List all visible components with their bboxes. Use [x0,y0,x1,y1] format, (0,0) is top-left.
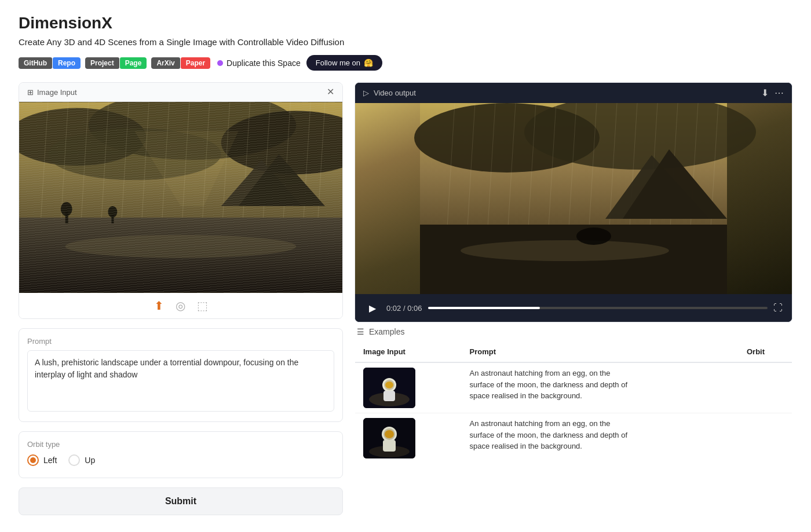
app-title: DimensionX [19,14,792,32]
project-badge[interactable]: Project [85,57,119,69]
play-button[interactable]: ▶ [364,300,381,316]
repo-badge[interactable]: Repo [53,57,81,69]
share-icon[interactable]: ⋯ [775,87,784,98]
video-icon: ▷ [363,89,369,97]
camera-icon[interactable]: ◎ [176,299,185,313]
example-prompt-cell-2: An astronaut hatching from an egg, on th… [462,413,739,464]
clipboard-icon[interactable]: ⬚ [197,299,208,313]
example-prompt-2: An astronaut hatching from an egg, on th… [470,418,632,452]
image-icon: ⊞ [27,88,34,97]
time-current: 0:02 / 0:06 [386,304,422,313]
image-input-panel: ⊞ Image Input ✕ [19,82,343,319]
github-badge[interactable]: GitHub [19,57,52,69]
col-image-input: Image Input [355,342,462,363]
video-svg [355,103,792,294]
arxiv-badge-group[interactable]: ArXiv Paper [151,57,210,69]
image-input-label: Image Input [37,88,77,97]
table-row[interactable]: An astronaut hatching from an egg, on th… [355,413,792,464]
image-preview [19,102,342,293]
orbit-label: Orbit type [27,440,334,449]
video-output-panel: ▷ Video output ⬇ ⋯ [355,82,792,322]
rain-overlay [19,102,342,293]
paper-badge[interactable]: Paper [181,57,210,69]
svg-rect-54 [383,391,395,401]
list-icon: ☰ [357,327,364,336]
examples-table: Image Input Prompt Orbit [355,341,792,464]
orbit-up-label: Up [85,456,95,465]
svg-rect-60 [383,440,396,452]
video-controls: ▶ 0:02 / 0:06 ⛶ [355,294,792,322]
table-header-row: Image Input Prompt Orbit [355,342,792,363]
download-icon[interactable]: ⬇ [761,87,769,98]
example-image-cell [355,362,462,413]
upload-icon[interactable]: ⬆ [154,299,164,313]
astronaut-image-1 [363,368,415,408]
arxiv-badge[interactable]: ArXiv [151,57,180,69]
example-prompt-cell-1: An astronaut hatching from an egg, on th… [462,362,739,413]
follow-button[interactable]: Follow me on 🤗 [306,55,382,71]
orbit-radio-group: Left Up [27,454,334,466]
submit-button[interactable]: Submit [19,487,343,515]
example-orbit-1 [739,362,792,413]
right-column: ▷ Video output ⬇ ⋯ [355,82,792,515]
svg-point-56 [385,381,393,388]
duplicate-icon [217,60,223,66]
main-layout: ⊞ Image Input ✕ [19,82,792,515]
video-output-label: Video output [374,89,416,97]
astronaut-image-2 [363,418,415,458]
svg-point-62 [385,430,394,438]
orbit-left-option[interactable]: Left [27,454,57,466]
image-panel-header: ⊞ Image Input ✕ [19,83,342,102]
close-button[interactable]: ✕ [327,87,334,97]
github-badge-group[interactable]: GitHub Repo [19,57,81,69]
progress-fill [428,307,540,309]
examples-section: ☰ Examples Image Input Prompt Orbit [355,322,792,464]
emoji-icon: 🤗 [364,58,373,67]
video-preview [355,103,792,294]
col-orbit: Orbit [739,342,792,363]
prompt-panel: Prompt A lush, prehistoric landscape und… [19,328,343,422]
orbit-up-option[interactable]: Up [68,454,95,466]
table-row[interactable]: An astronaut hatching from an egg, on th… [355,362,792,413]
svg-point-49 [461,240,669,261]
app-subtitle: Create Any 3D and 4D Scenes from a Singl… [19,37,792,47]
example-orbit-2 [739,413,792,464]
orbit-left-label: Left [43,456,57,465]
example-thumb-2 [363,418,415,458]
image-toolbar: ⬆ ◎ ⬚ [19,293,342,318]
badges-row: GitHub Repo Project Page ArXiv Paper Dup… [19,55,792,71]
prompt-input[interactable]: A lush, prehistoric landscape under a to… [27,350,334,412]
examples-label: Examples [369,327,404,336]
video-panel-header: ▷ Video output ⬇ ⋯ [355,83,792,103]
duplicate-space-button[interactable]: Duplicate this Space [215,57,303,69]
fullscreen-button[interactable]: ⛶ [773,303,783,313]
example-prompt-1: An astronaut hatching from an egg, on th… [470,368,632,402]
orbit-up-radio[interactable] [68,454,80,466]
example-image-cell-2 [355,413,462,464]
svg-point-50 [576,228,611,245]
video-progress-bar[interactable] [428,307,768,309]
left-column: ⊞ Image Input ✕ [19,82,343,515]
radio-fill [30,457,36,463]
prompt-label: Prompt [27,337,334,346]
project-badge-group[interactable]: Project Page [85,57,147,69]
page-badge[interactable]: Page [120,57,147,69]
orbit-left-radio[interactable] [27,454,39,466]
example-thumb [363,368,415,408]
orbit-panel: Orbit type Left Up [19,431,343,478]
col-prompt: Prompt [462,342,739,363]
examples-header: ☰ Examples [355,322,792,341]
